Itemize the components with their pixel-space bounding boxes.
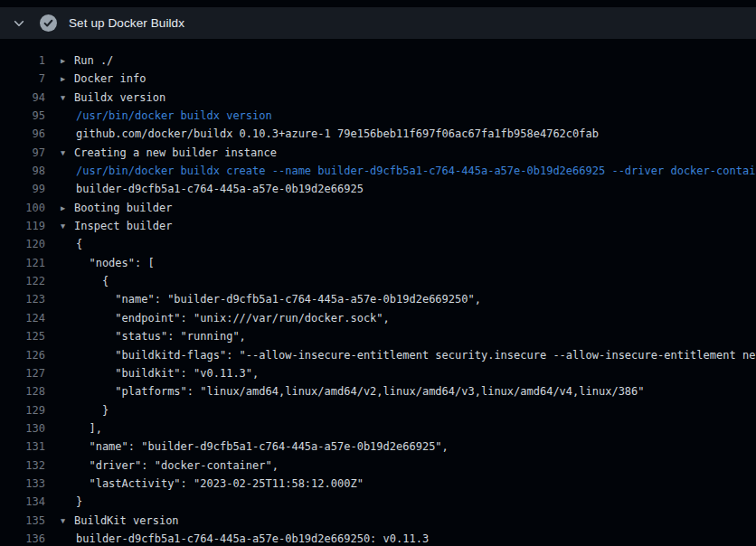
group-title: Run ./: [74, 54, 113, 67]
group-content: ▶Booting builder: [61, 199, 172, 217]
log-line-row: 122 {: [0, 272, 756, 290]
log-group-row[interactable]: 97▼Creating a new builder instance: [0, 144, 756, 162]
log-text: "buildkitd-flags": "--allow-insecure-ent…: [76, 346, 756, 364]
group-collapsed-icon[interactable]: ▶: [61, 199, 74, 217]
line-number[interactable]: 123: [0, 290, 45, 308]
group-expanded-icon[interactable]: ▼: [61, 512, 74, 530]
log-text: "endpoint": "unix:///var/run/docker.sock…: [76, 309, 390, 327]
line-number[interactable]: 129: [0, 401, 45, 419]
log-group-row[interactable]: 135▼BuildKit version: [0, 512, 756, 530]
log-line-row: 136builder-d9cfb5a1-c764-445a-a57e-0b19d…: [0, 530, 756, 546]
group-title: Docker info: [74, 72, 146, 85]
log-line-row: 121 "nodes": [: [0, 254, 756, 272]
log-group-row[interactable]: 119▼Inspect builder: [0, 217, 756, 235]
log-text: builder-d9cfb5a1-c764-445a-a57e-0b19d2e6…: [76, 180, 364, 198]
log-group-row[interactable]: 94▼Buildx version: [0, 89, 756, 107]
log-line-row: 126 "buildkitd-flags": "--allow-insecure…: [0, 346, 756, 364]
group-expanded-icon[interactable]: ▼: [61, 89, 74, 107]
log-text: "name": "builder-d9cfb5a1-c764-445a-a57e…: [76, 438, 449, 456]
log-text: {: [76, 272, 109, 290]
check-circle-icon: [40, 14, 57, 32]
group-content: ▼Buildx version: [61, 89, 165, 107]
log-text: ],: [76, 419, 102, 438]
group-content: ▶Run ./: [61, 52, 113, 70]
line-number[interactable]: 121: [0, 254, 45, 272]
group-title: Creating a new builder instance: [74, 146, 277, 159]
group-content: ▼Inspect builder: [61, 217, 172, 235]
log-line-row: 125 "status": "running",: [0, 327, 756, 345]
group-collapsed-icon[interactable]: ▶: [61, 70, 74, 88]
log-group-row[interactable]: 7▶Docker info: [0, 70, 756, 88]
step-header-setup-docker-buildx[interactable]: Set up Docker Buildx: [0, 7, 756, 39]
line-number[interactable]: 125: [0, 327, 45, 345]
line-number[interactable]: 99: [0, 180, 45, 198]
log-line-row: 120{: [0, 235, 756, 253]
log-line-row: 96github.com/docker/buildx 0.10.3+azure-…: [0, 125, 756, 143]
chevron-down-icon[interactable]: [13, 17, 25, 30]
log-line-row: 132 "driver": "docker-container",: [0, 457, 756, 475]
line-number[interactable]: 126: [0, 346, 45, 364]
log-line-row: 95/usr/bin/docker buildx version: [0, 107, 756, 125]
actions-log-viewer: Set up Docker Buildx 1▶Run ./7▶Docker in…: [0, 0, 756, 546]
group-title: BuildKit version: [74, 514, 179, 527]
group-title: Buildx version: [74, 91, 165, 104]
log-text: "status": "running",: [76, 327, 246, 345]
line-number[interactable]: 127: [0, 364, 45, 382]
line-number[interactable]: 120: [0, 235, 45, 253]
log-line-row: 98/usr/bin/docker buildx create --name b…: [0, 162, 756, 180]
line-number[interactable]: 97: [0, 144, 45, 162]
log-text: "nodes": [: [76, 254, 155, 272]
log-text: }: [76, 401, 109, 419]
log-text: "platforms": "linux/amd64,linux/amd64/v2…: [76, 382, 645, 400]
group-expanded-icon[interactable]: ▼: [61, 144, 74, 162]
line-number[interactable]: 124: [0, 309, 45, 327]
log-text: "driver": "docker-container",: [76, 457, 279, 475]
log-line-row: 123 "name": "builder-d9cfb5a1-c764-445a-…: [0, 290, 756, 308]
log-line-row: 129 }: [0, 401, 756, 419]
log-line-row: 134}: [0, 493, 756, 511]
log-group-row[interactable]: 1▶Run ./: [0, 52, 756, 70]
line-number[interactable]: 131: [0, 438, 45, 456]
log-text: "lastActivity": "2023-02-25T11:58:12.000…: [76, 475, 364, 493]
line-number[interactable]: 100: [0, 199, 45, 217]
command-text: /usr/bin/docker buildx create --name bui…: [76, 162, 756, 180]
group-collapsed-icon[interactable]: ▶: [61, 52, 74, 70]
log-lines: 1▶Run ./7▶Docker info94▼Buildx version95…: [0, 39, 756, 546]
log-group-row[interactable]: 100▶Booting builder: [0, 199, 756, 217]
line-number[interactable]: 132: [0, 457, 45, 475]
log-text: github.com/docker/buildx 0.10.3+azure-1 …: [76, 125, 599, 143]
log-line-row: 124 "endpoint": "unix:///var/run/docker.…: [0, 309, 756, 327]
log-text: "buildkit": "v0.11.3",: [76, 364, 259, 382]
line-number[interactable]: 94: [0, 89, 45, 107]
log-text: "name": "builder-d9cfb5a1-c764-445a-a57e…: [76, 290, 481, 308]
log-text: builder-d9cfb5a1-c764-445a-a57e-0b19d2e6…: [76, 530, 429, 546]
line-number[interactable]: 122: [0, 272, 45, 290]
log-text: {: [76, 235, 82, 253]
command-text: /usr/bin/docker buildx version: [76, 107, 272, 125]
line-number[interactable]: 1: [0, 52, 45, 70]
group-content: ▶Docker info: [61, 70, 146, 88]
line-number[interactable]: 7: [0, 70, 45, 88]
log-line-row: 128 "platforms": "linux/amd64,linux/amd6…: [0, 382, 756, 400]
group-content: ▼Creating a new builder instance: [61, 144, 277, 162]
group-expanded-icon[interactable]: ▼: [61, 217, 74, 235]
group-content: ▼BuildKit version: [61, 512, 179, 530]
line-number[interactable]: 128: [0, 382, 45, 400]
step-title: Set up Docker Buildx: [69, 16, 184, 30]
line-number[interactable]: 98: [0, 162, 45, 180]
log-line-row: 133 "lastActivity": "2023-02-25T11:58:12…: [0, 475, 756, 493]
line-number[interactable]: 135: [0, 512, 45, 530]
group-title: Inspect builder: [74, 220, 172, 232]
line-number[interactable]: 134: [0, 493, 45, 511]
line-number[interactable]: 119: [0, 217, 45, 235]
line-number[interactable]: 130: [0, 419, 45, 438]
line-number[interactable]: 96: [0, 125, 45, 143]
log-line-row: 131 "name": "builder-d9cfb5a1-c764-445a-…: [0, 438, 756, 456]
log-line-row: 127 "buildkit": "v0.11.3",: [0, 364, 756, 382]
group-title: Booting builder: [74, 202, 172, 214]
log-line-row: 99builder-d9cfb5a1-c764-445a-a57e-0b19d2…: [0, 180, 756, 198]
line-number[interactable]: 95: [0, 107, 45, 125]
line-number[interactable]: 133: [0, 475, 45, 493]
log-line-row: 130 ],: [0, 419, 756, 438]
line-number[interactable]: 136: [0, 530, 45, 546]
